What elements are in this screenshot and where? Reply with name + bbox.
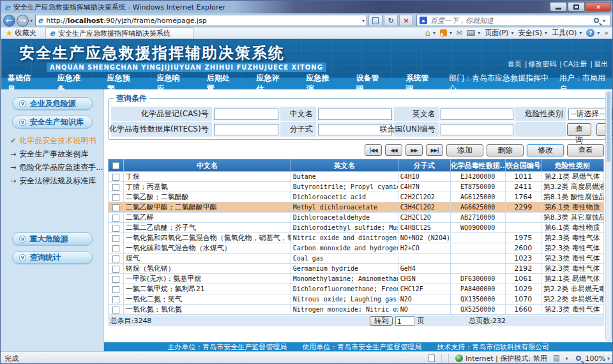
modify-button[interactable]: 修改 [527, 144, 564, 156]
en-name-input[interactable] [441, 109, 513, 120]
row-checkbox[interactable] [112, 255, 119, 262]
tools-menu[interactable]: 工具(O) [552, 28, 577, 38]
sidebar-group-safety-knowledge[interactable]: v 安全生产知识库 [12, 116, 93, 128]
sidebar-group-query-statistics[interactable]: v 查询统计 [12, 251, 93, 264]
content-scrollbar[interactable] [605, 91, 612, 341]
search-dropdown[interactable]: ▾ [603, 18, 605, 24]
sidebar-group-enterprise-hazard[interactable]: v 企业及危险源 [12, 97, 93, 110]
row-checkbox[interactable] [112, 266, 119, 273]
row-checkbox[interactable] [112, 184, 119, 191]
safety-menu-dropdown[interactable]: ▾ [545, 30, 547, 36]
row-checkbox[interactable] [112, 245, 119, 252]
sidebar-item-accident-cases[interactable]: → 安全生产事故案例库 [10, 148, 103, 161]
table-row[interactable]: 二氯乙醛DichloroacetaldehydeC2H2Cl2OAB271000… [108, 213, 603, 223]
search-input[interactable] [430, 17, 593, 25]
page-menu[interactable]: 页面(P) [485, 28, 508, 38]
row-checkbox[interactable] [112, 225, 119, 232]
table-row[interactable]: 一甲胺(无水)；氨基甲烷Monomethylamine; Aminomethan… [108, 274, 603, 284]
row-checkbox[interactable] [112, 296, 119, 303]
table-row[interactable]: 一氟二氯甲烷；氟利昂21Dichlorofluoromethane; Freon… [108, 284, 603, 294]
mail-icon[interactable]: ✉ [457, 29, 462, 37]
row-checkbox[interactable] [112, 215, 119, 222]
rtecs-input[interactable] [214, 124, 278, 135]
next-page-button[interactable]: ▶▶ [405, 144, 423, 156]
delete-button[interactable]: 删除 [487, 144, 524, 156]
rss-dropdown[interactable]: ▾ [450, 30, 452, 36]
prev-page-button[interactable]: ◀◀ [385, 144, 402, 156]
favorites-label: 收藏夹 [15, 28, 36, 38]
close-button[interactable]: × [586, 2, 611, 11]
row-checkbox[interactable] [112, 174, 119, 181]
table-row[interactable]: 一氧化碳和氢气混合物（水煤气）Carbon monoxide and hydro… [108, 243, 603, 254]
view-button[interactable]: 查看 [567, 144, 604, 156]
row-checkbox[interactable] [112, 307, 119, 314]
link-change-password[interactable]: 修改密码 [528, 60, 556, 68]
first-page-button[interactable]: |◀◀ [365, 144, 382, 156]
close-icon: × [596, 4, 601, 10]
un-no-input[interactable] [441, 124, 513, 135]
help-icon[interactable]: ? [586, 29, 594, 37]
home-icon[interactable]: ⌂ [425, 28, 430, 38]
print-dropdown[interactable]: ▾ [478, 30, 480, 36]
cas-input[interactable] [214, 109, 278, 120]
table-row[interactable]: 二氯乙酸甲酯；二氯醋酸甲酯Methyl dichloroacetateC3H4C… [108, 202, 603, 213]
table-row[interactable]: 丁烷ButaneC4H10EJ42000001011第2.1类 易燃气体 [108, 172, 603, 182]
compatibility-view-button[interactable] [368, 15, 382, 26]
home-dropdown[interactable]: ▾ [433, 30, 435, 36]
table-row[interactable]: 二氯乙酸；二氯醋酸Dichloroacetic acidC2H2Cl2O2AG6… [108, 192, 603, 202]
sidebar-item-chemical-msds[interactable]: ✔ 化学品安全技术说明书 [10, 134, 103, 148]
scrollbar-thumb[interactable] [607, 92, 610, 162]
zoom-control[interactable]: 100% ▾ [575, 354, 610, 363]
last-page-button[interactable]: ▶▶| [426, 144, 443, 156]
url-field[interactable]: e http://localhost:90/yjzh/frame/homepag… [35, 15, 367, 26]
status-text: 完成 [4, 354, 19, 363]
page-number-input[interactable] [395, 316, 414, 326]
zoom-dropdown[interactable]: ▾ [607, 356, 610, 361]
row-checkbox[interactable] [112, 286, 119, 293]
back-button[interactable]: ← [3, 15, 15, 27]
history-dropdown[interactable]: ▾ [30, 18, 33, 24]
page-menu-dropdown[interactable]: ▾ [511, 30, 513, 36]
row-checkbox[interactable] [112, 194, 119, 201]
link-ca-register[interactable]: CA注册 [563, 60, 587, 68]
refresh-button[interactable]: ↻ [384, 15, 398, 26]
protected-mode-dropdown[interactable]: ▾ [566, 356, 568, 361]
sidebar-item-hazchem-quickref[interactable]: → 危险化学品应急速查手... [10, 161, 103, 174]
row-checkbox[interactable] [112, 235, 119, 242]
cell-en: Dichloroacetaldehyde [291, 213, 398, 223]
row-checkbox[interactable] [112, 276, 119, 283]
cn-name-input[interactable] [318, 109, 392, 120]
search-button[interactable]: 查询 [567, 123, 591, 136]
select-all-checkbox[interactable] [112, 162, 119, 169]
print-icon[interactable] [467, 30, 475, 36]
search-icon[interactable] [594, 18, 599, 23]
goto-button[interactable]: 转到 [370, 316, 393, 326]
table-row[interactable]: 锗烷（氢化锗）Germanium hydrideGeH42192第2.3类 毒性… [108, 264, 603, 274]
minimize-button[interactable] [550, 2, 567, 11]
table-row[interactable]: 二氯二乙硫醚；芥子气Dichlorodiethyl sulfide; Musta… [108, 223, 603, 233]
tools-menu-dropdown[interactable]: ▾ [579, 30, 582, 36]
link-logout[interactable]: 退出 [594, 60, 608, 68]
table-row[interactable]: 一氧化氮和四氧化二氮混合物（氮氧化物，硝基气，氧化氮气体）Nitric oxid… [108, 233, 603, 243]
sidebar-item-laws-standards[interactable]: → 安全法律法规及标准库 [10, 174, 103, 188]
safety-menu[interactable]: 安全(S) [518, 28, 542, 38]
favorites-button[interactable]: ★ 收藏夹 [1, 27, 42, 38]
row-checkbox[interactable] [112, 204, 119, 211]
page-tab[interactable]: e 安全生产应急救援指挥辅助决策系统 [45, 27, 193, 38]
table-row[interactable]: 丁腈；丙基氰Butyronitrile; Propyl cyanideC4H7N… [108, 182, 603, 192]
table-row[interactable]: 一氧化氮；氧化氮Nitrogen monoxide; Nitric oxideN… [108, 305, 603, 315]
more-icon[interactable]: » [604, 29, 609, 37]
stop-button[interactable]: × [399, 15, 413, 26]
table-row[interactable]: 一氧化二氮；笑气Nitrous oxide; Laughing gasN2OQX… [108, 294, 603, 305]
table-row[interactable]: 煤气Coal gas1023第2.3类 毒性气体 [108, 254, 603, 264]
rss-icon[interactable] [440, 29, 447, 36]
sidebar-group-major-hazard[interactable]: v 重大危险源 [12, 232, 93, 245]
add-button[interactable]: 添加 [446, 144, 483, 156]
maximize-button[interactable] [568, 2, 585, 11]
link-home[interactable]: 首页 [508, 60, 522, 68]
protected-mode-icon[interactable] [554, 355, 559, 361]
url-dropdown[interactable]: ▾ [362, 18, 365, 24]
help-dropdown[interactable]: ▾ [597, 30, 600, 36]
forward-button[interactable]: → [17, 15, 29, 27]
star-icon: ★ [6, 29, 13, 38]
